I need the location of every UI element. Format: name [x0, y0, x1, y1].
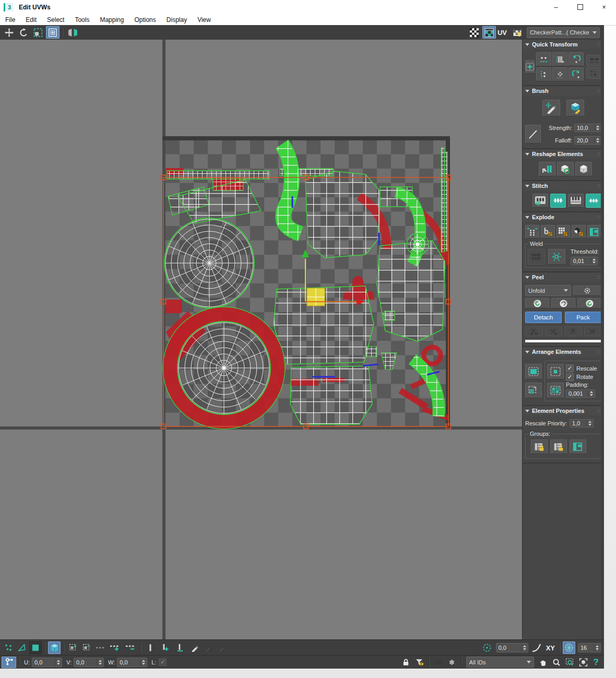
soft-selection-falloff-spinner[interactable]: 0,0 — [496, 643, 528, 652]
stitch-target-button[interactable] — [568, 194, 584, 208]
vertex-mode-button[interactable] — [2, 641, 15, 654]
flatten-by-material-button[interactable] — [572, 225, 586, 239]
falloff-curve-button[interactable] — [525, 125, 541, 144]
pack-button[interactable]: Pack — [565, 312, 601, 323]
select-group-button[interactable] — [570, 439, 586, 454]
menu-select[interactable]: Select — [42, 14, 69, 25]
edge-to-seam-button[interactable] — [564, 326, 582, 336]
rotate-cw-button[interactable] — [568, 67, 584, 81]
select-edge-ring-button[interactable] — [94, 641, 106, 654]
rollout-header-arrange[interactable]: Arrange Elements — [523, 347, 604, 356]
relax-brush-button[interactable] — [566, 100, 584, 116]
transform-gizmo-button[interactable] — [525, 60, 535, 74]
relax-button[interactable] — [575, 162, 592, 176]
help-button[interactable]: ? — [594, 657, 599, 668]
show-map-button[interactable] — [468, 26, 481, 39]
pan-button[interactable] — [537, 656, 549, 669]
expand-to-seam-button[interactable] — [584, 326, 602, 336]
hide-selection-button[interactable] — [432, 656, 445, 669]
falloff-curve-type-button[interactable] — [531, 641, 543, 654]
rollout-header-quick-transform[interactable]: Quick Transform — [523, 40, 604, 49]
rollout-header-explode[interactable]: Explode — [523, 212, 604, 222]
texture-selector-dropdown[interactable]: CheckerPatt...( Checker ) — [527, 27, 600, 38]
weld-all-button[interactable] — [548, 249, 565, 265]
rescale-elements-button[interactable] — [547, 364, 564, 379]
maximize-button[interactable] — [568, 0, 592, 14]
lock-selection-button[interactable] — [400, 656, 412, 669]
menu-display[interactable]: Display — [161, 14, 192, 25]
flatten-by-polygon-button[interactable] — [556, 225, 571, 239]
spinner-arrows-icon[interactable] — [55, 658, 62, 667]
edge-mode-button[interactable] — [16, 641, 28, 654]
paint-soft-selection-button[interactable] — [563, 641, 575, 654]
rescale-priority-spinner[interactable]: 1,0 — [570, 419, 594, 427]
select-column-button[interactable] — [144, 641, 157, 654]
checker-tiling-button[interactable] — [482, 26, 496, 39]
pelt-map-button[interactable] — [577, 298, 601, 308]
rescale-checkbox[interactable]: ✓ — [566, 364, 574, 372]
relax-until-flat-button[interactable] — [557, 162, 574, 176]
falloff-spinner[interactable]: 20,0 — [574, 136, 601, 145]
menu-tools[interactable]: Tools — [69, 14, 94, 25]
spinner-arrows-icon[interactable] — [594, 124, 601, 132]
uv-canvas[interactable] — [0, 40, 522, 639]
zoom-button[interactable] — [550, 656, 563, 669]
zoom-region-button[interactable] — [564, 656, 576, 669]
spinner-arrows-icon[interactable] — [594, 644, 600, 652]
pack-custom-button[interactable] — [547, 383, 564, 398]
pack-together-button[interactable] — [525, 383, 542, 398]
menu-file[interactable]: File — [0, 14, 20, 25]
grow-edge-loop-button[interactable] — [108, 641, 122, 654]
break-by-edges-button[interactable] — [525, 225, 539, 239]
threshold-spinner[interactable]: 0,01 — [571, 257, 598, 265]
w-spinner[interactable]: 0,0 — [117, 658, 147, 667]
ungroup-selected-button[interactable] — [550, 439, 567, 454]
straighten-selection-button[interactable] — [539, 162, 555, 176]
spinner-arrows-icon[interactable] — [97, 658, 103, 667]
rotate-tool-button[interactable] — [17, 26, 30, 39]
detach-button[interactable]: Detach — [525, 312, 562, 323]
absolute-offset-mode-button[interactable] — [2, 657, 16, 668]
group-selected-button[interactable] — [531, 439, 548, 454]
rollout-header-element-properties[interactable]: Element Properties — [523, 406, 604, 415]
stitch-custom-button[interactable] — [532, 194, 548, 208]
flatten-by-smoothing-button[interactable] — [541, 225, 555, 239]
menu-view[interactable]: View — [192, 14, 216, 25]
freeform-mode-button[interactable] — [46, 26, 60, 39]
rollout-header-stitch[interactable]: Stitch — [523, 181, 604, 191]
minimize-button[interactable]: – — [544, 0, 568, 14]
space-elements-button[interactable] — [552, 67, 567, 81]
explode-to-elements-button[interactable] — [587, 225, 601, 239]
stitch-average-button[interactable] — [586, 194, 601, 208]
menu-options[interactable]: Options — [129, 14, 161, 25]
soft-selection-button[interactable] — [481, 641, 493, 654]
spinner-arrows-icon[interactable] — [590, 257, 597, 265]
rotate-checkbox[interactable]: ✓ — [566, 373, 574, 381]
align-vertical-button[interactable] — [536, 67, 551, 81]
spinner-arrows-icon[interactable] — [140, 658, 147, 667]
rollout-header-brush[interactable]: Brush — [523, 86, 604, 96]
padding-spinner[interactable]: 0,001 — [566, 389, 595, 398]
mirror-tool-button[interactable] — [66, 26, 79, 39]
scale-tool-button[interactable] — [31, 26, 45, 39]
zoom-extents-button[interactable] — [577, 656, 590, 669]
texture-options-button[interactable] — [511, 26, 524, 39]
panel-scrollbar[interactable] — [601, 40, 604, 639]
move-brush-button[interactable] — [542, 100, 560, 116]
close-button[interactable]: × — [592, 0, 616, 14]
u-spinner[interactable]: 0,0 — [32, 658, 62, 667]
shrink-selection-button[interactable] — [80, 641, 93, 654]
shrink-column-button[interactable] — [173, 641, 188, 654]
rollout-header-reshape[interactable]: Reshape Elements — [523, 149, 604, 159]
paint-select-grow-button[interactable] — [203, 641, 215, 654]
edit-seams-button[interactable] — [525, 326, 543, 336]
paint-select-shrink-button[interactable] — [216, 641, 229, 654]
pack-normalize-button[interactable] — [525, 364, 542, 379]
peel-mode-dropdown[interactable]: Unfold — [525, 285, 571, 296]
grow-selection-button[interactable] — [67, 641, 79, 654]
material-id-dropdown[interactable]: All IDs — [466, 657, 534, 668]
rollout-header-peel[interactable]: Peel — [523, 272, 604, 282]
quick-peel-button[interactable] — [525, 298, 549, 308]
freeze-selection-button[interactable]: ❄ — [446, 656, 458, 669]
peel-mode-button[interactable] — [551, 298, 575, 308]
